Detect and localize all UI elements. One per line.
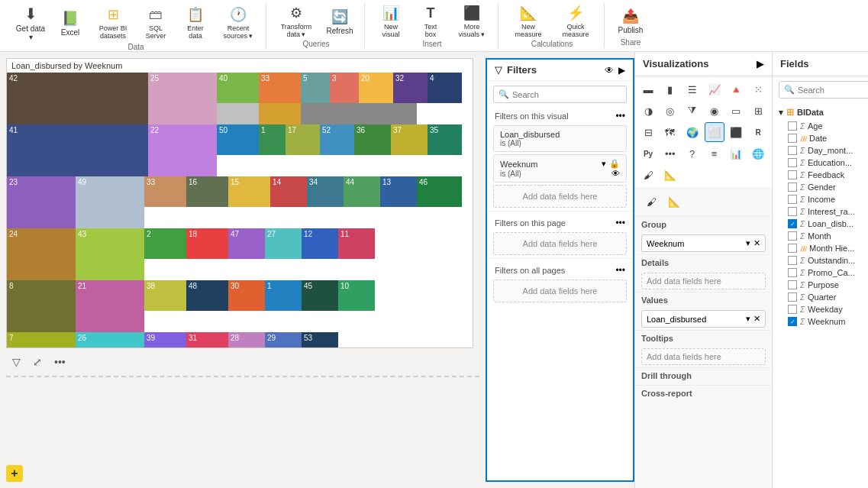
treemap-cell[interactable]: 8 — [7, 280, 76, 332]
field-item[interactable]: ✓ΣWeeknum — [773, 315, 868, 328]
field-item[interactable]: ΣAge — [773, 120, 868, 132]
viz-filled-map[interactable]: 🌍 — [682, 122, 702, 142]
field-item[interactable]: ΣPromo_Ca... — [773, 267, 868, 279]
viz-python[interactable]: Py — [638, 144, 658, 163]
fields-group-bidata-header[interactable]: ▾ ⊞ BIData — [773, 105, 868, 120]
power-bi-datasets-button[interactable]: ⊞ Power BIdatasets — [92, 5, 134, 41]
treemap-cell[interactable]: 47 — [228, 228, 265, 259]
field-item[interactable]: ΣGender — [773, 181, 868, 193]
treemap-cell[interactable]: 27 — [265, 228, 302, 259]
field-checkbox[interactable] — [788, 256, 797, 265]
loan-disbursed-filter[interactable]: Loan_disbursed is (All) — [493, 125, 627, 152]
treemap-cell[interactable]: 31 — [186, 332, 228, 348]
treemap-cell[interactable]: 42 — [7, 73, 148, 124]
new-measure-button[interactable]: 📐 Newmeasure — [506, 3, 550, 40]
viz-kpi[interactable]: 📊 — [726, 144, 746, 163]
treemap-cell[interactable]: 15 — [228, 176, 270, 207]
get-data-button[interactable]: ⬇ Get data ▾ — [12, 3, 49, 43]
treemap-cell[interactable]: 44 — [344, 176, 380, 207]
field-checkbox[interactable] — [788, 121, 797, 131]
field-item[interactable]: ΣDay_mont... — [773, 144, 868, 157]
publish-button[interactable]: 📤 Publish — [612, 4, 649, 37]
treemap-cell[interactable]: 30 — [228, 280, 265, 311]
viz-more[interactable]: ••• — [660, 144, 680, 163]
sql-server-button[interactable]: 🗃 SQLServer — [137, 5, 174, 41]
weeknum-expand-btn[interactable]: ▾ — [602, 159, 606, 169]
field-item[interactable]: ΣMonth — [773, 230, 868, 242]
refresh-button[interactable]: 🔄 Refresh — [321, 5, 358, 38]
fields-search-input[interactable] — [798, 86, 868, 95]
treemap-cell[interactable]: 28 — [228, 332, 265, 348]
treemap-cell[interactable]: 11 — [338, 228, 375, 259]
treemap-cell[interactable]: 40 — [217, 73, 259, 103]
treemap-cell[interactable] — [217, 103, 259, 124]
viz-values-x-icon[interactable]: ✕ — [753, 314, 760, 324]
treemap-cell[interactable]: 48 — [186, 280, 228, 311]
viz-group-dropdown[interactable]: Weeknum ▾ ✕ — [641, 234, 766, 252]
treemap-cell[interactable]: 38 — [144, 280, 186, 311]
field-checkbox[interactable] — [788, 292, 797, 302]
filter-on-visual-more[interactable]: ••• — [615, 111, 625, 121]
treemap-cell[interactable]: 29 — [265, 332, 302, 348]
treemap-cell[interactable]: 20 — [359, 73, 393, 103]
viz-pie[interactable]: ◑ — [638, 101, 658, 121]
treemap-cell[interactable]: 10 — [338, 280, 375, 311]
viz-area-chart[interactable]: 🔺 — [726, 79, 746, 99]
viz-treemap[interactable]: ⬜ — [705, 122, 724, 142]
field-checkbox[interactable]: ✓ — [788, 219, 797, 228]
recent-sources-button[interactable]: 🕐 Recentsources ▾ — [217, 5, 260, 41]
transform-data-button[interactable]: ⚙ Transformdata ▾ — [274, 3, 318, 40]
viz-details-add[interactable]: Add data fields here — [641, 273, 766, 289]
viz-waterfall[interactable]: ⬛ — [726, 122, 746, 142]
field-item[interactable]: ΣFeedback — [773, 169, 868, 181]
treemap-cell[interactable]: 1 — [265, 280, 302, 311]
treemap-cell[interactable]: 25 — [148, 73, 217, 124]
viz-column-chart[interactable]: ▮ — [660, 79, 680, 99]
treemap-cell[interactable] — [301, 103, 417, 124]
treemap-cell[interactable]: 34 — [307, 176, 344, 207]
viz-donut[interactable]: ◎ — [660, 101, 680, 121]
viz-line-chart[interactable]: 📈 — [705, 79, 724, 99]
field-item[interactable]: ΣEducation... — [773, 157, 868, 169]
treemap-cell[interactable]: 50 — [217, 124, 259, 155]
treemap-cell[interactable]: 13 — [380, 176, 417, 207]
viz-bar-chart[interactable]: ▬ — [638, 79, 658, 99]
field-checkbox[interactable] — [788, 134, 797, 143]
treemap-cell[interactable]: 24 — [7, 228, 76, 280]
field-item[interactable]: ΣOutstandin... — [773, 254, 868, 267]
field-item[interactable]: ΣInterest_ra... — [773, 205, 868, 218]
field-checkbox[interactable] — [788, 183, 797, 192]
field-checkbox[interactable] — [788, 207, 797, 216]
viz-values-dropdown[interactable]: Loan_disbursed ▾ ✕ — [641, 310, 766, 328]
viz-format-tab[interactable]: 🖌 — [641, 192, 661, 212]
treemap-cell[interactable]: 53 — [302, 332, 338, 348]
field-checkbox[interactable]: ✓ — [788, 317, 797, 326]
viz-smart-narrative[interactable]: ≡ — [705, 144, 724, 163]
treemap-cell[interactable]: 18 — [186, 228, 228, 259]
treemap-cell[interactable]: 22 — [148, 124, 217, 176]
treemap-cell[interactable]: 41 — [7, 124, 148, 176]
field-item[interactable]: ΣIncome — [773, 193, 868, 205]
treemap-cell[interactable]: 46 — [417, 176, 462, 207]
treemap-cell[interactable]: 35 — [428, 124, 462, 155]
treemap-cell[interactable]: 43 — [76, 228, 144, 280]
treemap-cell[interactable]: 23 — [7, 176, 76, 228]
focus-mode-btn[interactable]: ⤢ — [30, 354, 45, 370]
field-checkbox[interactable] — [788, 280, 797, 289]
treemap-cell[interactable]: 4 — [428, 73, 462, 103]
field-item[interactable]: ΣWeekday — [773, 303, 868, 315]
treemap-cell[interactable]: 45 — [302, 280, 338, 311]
field-checkbox[interactable] — [788, 231, 797, 241]
field-checkbox[interactable] — [788, 195, 797, 204]
viz-tooltips-add[interactable]: Add data fields here — [641, 348, 766, 365]
viz-qa[interactable]: ? — [682, 144, 702, 163]
field-item[interactable]: ⊞Month Hie... — [773, 242, 868, 254]
field-item[interactable]: ΣQuarter — [773, 291, 868, 303]
treemap-cell[interactable]: 1 — [259, 124, 286, 155]
excel-button[interactable]: 📗 Excel — [52, 6, 89, 40]
weeknum-lock-btn[interactable]: 🔒 — [609, 159, 620, 169]
filter-add-visual[interactable]: Add data fields here — [493, 185, 627, 208]
viz-gauge[interactable]: ◉ — [705, 101, 724, 121]
field-item[interactable]: ⊞Date — [773, 132, 868, 144]
treemap-cell[interactable]: 32 — [393, 73, 428, 103]
